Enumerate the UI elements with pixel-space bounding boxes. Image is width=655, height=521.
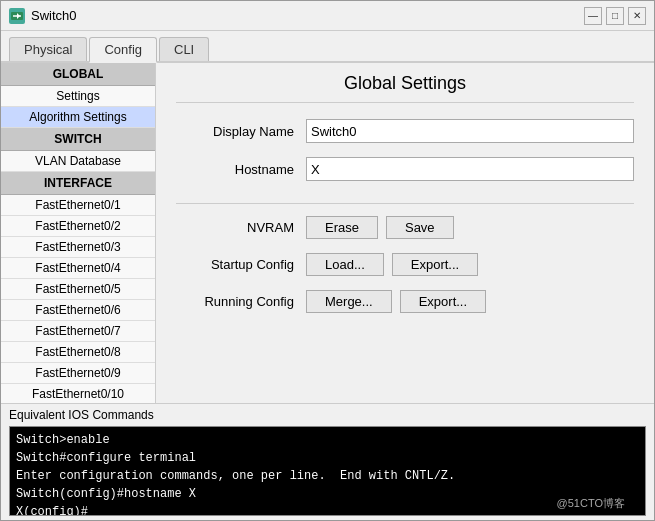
sidebar-item-fe0-8[interactable]: FastEthernet0/8 [1,342,155,363]
hostname-row: Hostname [176,157,634,181]
sidebar-item-fe0-6[interactable]: FastEthernet0/6 [1,300,155,321]
equivalent-ios-label: Equivalent IOS Commands [9,408,646,422]
main-window: Switch0 — □ ✕ Physical Config CLI GLOBAL… [0,0,655,521]
terminal-line-2: Switch#configure terminal [16,449,639,467]
minimize-button[interactable]: — [584,7,602,25]
app-icon [9,8,25,24]
sidebar-item-fe0-10[interactable]: FastEthernet0/10 [1,384,155,403]
tab-physical[interactable]: Physical [9,37,87,61]
startup-config-buttons: Load... Export... [306,253,478,276]
bottom-section: Equivalent IOS Commands Switch>enable Sw… [1,403,654,520]
tab-config[interactable]: Config [89,37,157,63]
terminal-line-5: X(config)# [16,503,639,516]
sidebar-item-vlan-database[interactable]: VLAN Database [1,151,155,172]
save-button[interactable]: Save [386,216,454,239]
display-name-label: Display Name [176,124,306,139]
erase-button[interactable]: Erase [306,216,378,239]
right-panel: Global Settings Display Name Hostname NV… [156,63,654,403]
nvram-label: NVRAM [176,220,306,235]
title-bar: Switch0 — □ ✕ [1,1,654,31]
terminal-line-3: Enter configuration commands, one per li… [16,467,639,485]
main-content: GLOBAL Settings Algorithm Settings SWITC… [1,63,654,403]
load-button[interactable]: Load... [306,253,384,276]
running-export-button[interactable]: Export... [400,290,486,313]
nvram-buttons: Erase Save [306,216,454,239]
window-controls: — □ ✕ [584,7,646,25]
divider-1 [176,203,634,204]
startup-export-button[interactable]: Export... [392,253,478,276]
window-title: Switch0 [31,8,584,23]
sidebar-section-switch: SWITCH [1,128,155,151]
sidebar-item-fe0-1[interactable]: FastEthernet0/1 [1,195,155,216]
terminal-output[interactable]: Switch>enable Switch#configure terminal … [9,426,646,516]
startup-config-row: Startup Config Load... Export... [176,253,634,276]
tab-bar: Physical Config CLI [1,31,654,63]
sidebar-item-fe0-4[interactable]: FastEthernet0/4 [1,258,155,279]
display-name-input[interactable] [306,119,634,143]
maximize-button[interactable]: □ [606,7,624,25]
terminal-line-1: Switch>enable [16,431,639,449]
tab-cli[interactable]: CLI [159,37,209,61]
sidebar-section-global: GLOBAL [1,63,155,86]
watermark: @51CTO博客 [557,496,625,511]
nvram-row: NVRAM Erase Save [176,216,634,239]
panel-title: Global Settings [176,73,634,103]
merge-button[interactable]: Merge... [306,290,392,313]
running-config-row: Running Config Merge... Export... [176,290,634,313]
display-name-row: Display Name [176,119,634,143]
running-config-buttons: Merge... Export... [306,290,486,313]
sidebar-section-interface: INTERFACE [1,172,155,195]
sidebar-item-fe0-3[interactable]: FastEthernet0/3 [1,237,155,258]
sidebar-item-settings[interactable]: Settings [1,86,155,107]
sidebar-item-fe0-9[interactable]: FastEthernet0/9 [1,363,155,384]
sidebar: GLOBAL Settings Algorithm Settings SWITC… [1,63,156,403]
startup-config-label: Startup Config [176,257,306,272]
close-button[interactable]: ✕ [628,7,646,25]
sidebar-item-fe0-7[interactable]: FastEthernet0/7 [1,321,155,342]
sidebar-item-fe0-5[interactable]: FastEthernet0/5 [1,279,155,300]
sidebar-item-fe0-2[interactable]: FastEthernet0/2 [1,216,155,237]
running-config-label: Running Config [176,294,306,309]
hostname-input[interactable] [306,157,634,181]
sidebar-item-algorithm-settings[interactable]: Algorithm Settings [1,107,155,128]
hostname-label: Hostname [176,162,306,177]
terminal-line-4: Switch(config)#hostname X [16,485,639,503]
